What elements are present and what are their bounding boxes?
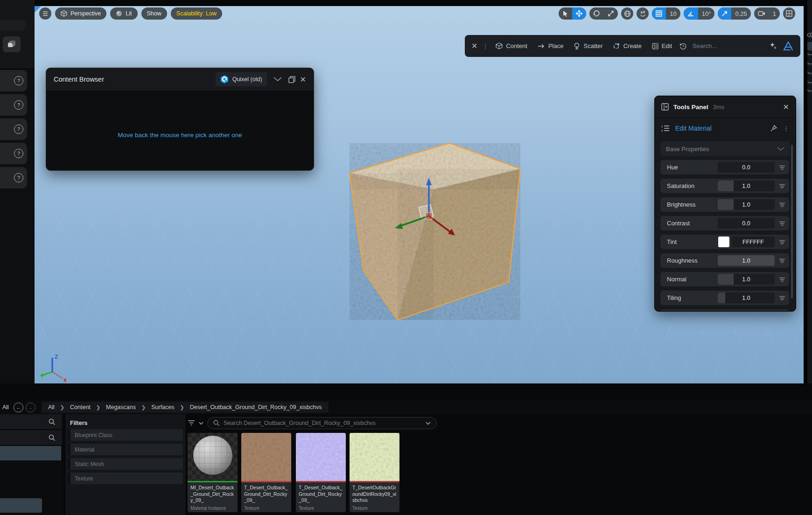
eye-closed-icon[interactable] [807,80,812,84]
mode-tab-edit[interactable]: Edit [649,42,675,49]
assistant-logo-icon[interactable] [783,41,794,51]
world-space-button[interactable] [621,7,633,20]
camera-speed-button[interactable] [754,7,769,20]
close-icon[interactable]: ✕ [783,103,789,111]
asset-tile-diffuse-texture[interactable]: T_Desert_Outback_Ground_Dirt_Rocky_09_ T… [241,433,291,512]
perspective-button[interactable]: Perspective [55,7,106,20]
help-card[interactable]: ? [0,118,27,140]
svg-text:2: 2 [661,129,663,132]
forward-button[interactable]: → [26,403,35,412]
eye-closed-icon[interactable] [807,71,812,75]
asset-tile-mask-texture[interactable]: T_DesertOutbackGroundDirtRocky09_xisbchv… [350,433,399,512]
filter-icon[interactable] [188,420,195,426]
filter-texture[interactable]: Texture [68,473,183,484]
row-menu-icon[interactable] [779,165,785,170]
breadcrumb-item-current[interactable]: Desert_Outback_Ground_Dirt_Rocky_09_xisb… [190,404,322,411]
row-menu-icon[interactable] [779,221,785,226]
close-icon[interactable]: ✕ [471,42,477,50]
breadcrumb-item[interactable]: Surfaces [151,404,174,411]
filter-static-mesh[interactable]: Static Mesh [68,458,183,470]
asset-search-input[interactable]: Search Desert_Outback_Ground_Dirt_Rocky_… [207,417,437,429]
chevron-down-icon[interactable] [273,77,282,82]
collapsed-tab[interactable] [0,20,26,31]
eye-icon[interactable] [807,33,812,37]
scale-snap-value[interactable]: 0.25 [731,7,750,20]
help-card[interactable]: ? [0,94,27,116]
viewport-menu-button[interactable]: ☰ [39,7,51,20]
content-browser-popup-header[interactable]: Content Browser Quixel (old) ✕ [46,68,314,90]
chevron-down-icon[interactable] [199,422,203,425]
angle-snap-value[interactable]: 10° [698,7,715,20]
row-menu-icon[interactable] [779,296,785,300]
collections-search-row[interactable] [0,430,62,445]
viewport-layout-button[interactable] [783,7,795,20]
brightness-slider[interactable]: 1.0 [718,199,775,210]
row-menu-icon[interactable] [779,277,785,282]
roughness-slider[interactable]: 1.0 [718,255,775,266]
selected-folder-row[interactable] [0,446,61,460]
breadcrumb-item[interactable]: All [48,404,55,411]
row-menu-icon[interactable] [779,258,785,263]
help-card[interactable]: ? [0,70,27,91]
lit-button[interactable]: Lit [110,7,137,20]
sphere-icon [116,10,122,17]
row-menu-icon[interactable] [779,202,785,207]
help-card[interactable]: ? [0,167,27,188]
close-icon[interactable]: ✕ [300,75,306,84]
mode-tab-place[interactable]: Place [535,42,567,49]
surface-snap-icon [639,10,646,17]
pin-icon[interactable] [770,125,777,132]
source-selector[interactable]: Quixel (old) [216,72,267,86]
mode-tab-create[interactable]: Create [610,42,644,49]
sparkles-icon[interactable] [769,42,778,51]
breadcrumb-item[interactable]: Content [70,404,91,411]
kebab-icon[interactable]: ⋮ [482,42,488,49]
asset-tile-material-instance[interactable]: MI_Desert_Outback_Ground_Dirt_Rocky_09_ … [188,433,238,512]
sources-all-label[interactable]: All [2,404,9,411]
camera-speed-value[interactable]: 1 [769,7,780,20]
tools-panel-scrollbar[interactable] [791,145,793,299]
surface-snap-button[interactable] [637,7,649,20]
asset-tile-normal-texture[interactable]: T_Desert_Outback_Ground_Dirt_Rocky_09_ T… [296,433,346,512]
scalability-button[interactable]: Scalability: Low [171,7,222,20]
restore-window-icon[interactable] [288,76,295,83]
row-menu-icon[interactable] [779,240,785,244]
base-properties-section[interactable]: Base Properties [660,141,790,156]
help-card[interactable]: ? [0,143,27,164]
sources-search-row[interactable] [0,414,62,430]
saturation-slider[interactable]: 1.0 [718,181,775,191]
row-menu-icon[interactable] [779,184,785,188]
mode-tab-content[interactable]: Content [493,42,530,49]
breadcrumb-item[interactable]: Megascans [106,404,136,411]
grid-snap-value[interactable]: 10 [666,7,680,20]
scale-tool-button[interactable] [604,7,618,20]
move-tool-button[interactable] [572,7,586,20]
normal-slider[interactable]: 1.0 [718,274,775,285]
select-tool-button[interactable] [559,7,572,20]
tint-color-swatch[interactable] [718,237,729,247]
mode-tab-scatter[interactable]: Scatter [571,42,605,49]
scale-snap-button[interactable] [718,7,731,20]
tiling-slider[interactable]: 1.0 [718,292,775,303]
show-button[interactable]: Show [141,7,167,20]
history-icon[interactable] [679,42,687,50]
eye-closed-icon[interactable] [807,89,812,92]
hue-input[interactable]: 0.0 [718,162,775,173]
selected-collection-row[interactable] [0,498,42,513]
tint-hex-input[interactable]: FFFFFF [732,237,775,247]
filter-material[interactable]: Material [68,444,183,455]
filter-blueprint-class[interactable]: Blueprint Class [68,429,183,441]
back-button[interactable]: ← [14,403,23,412]
angle-snap-button[interactable] [684,7,698,20]
rotate-tool-button[interactable] [589,7,604,20]
kebab-icon[interactable]: ⋮ [783,125,789,132]
cursor-icon [562,10,568,17]
right-panel-selected-row[interactable] [807,42,812,50]
grid-snap-button[interactable] [652,7,666,20]
eye-closed-icon[interactable] [807,62,812,65]
mode-search-field[interactable]: Search... [693,42,717,49]
eye-closed-icon[interactable] [807,52,812,56]
selected-cube-mesh[interactable] [343,137,529,333]
contrast-input[interactable]: 0.0 [718,218,775,229]
layers-button[interactable] [3,36,21,52]
